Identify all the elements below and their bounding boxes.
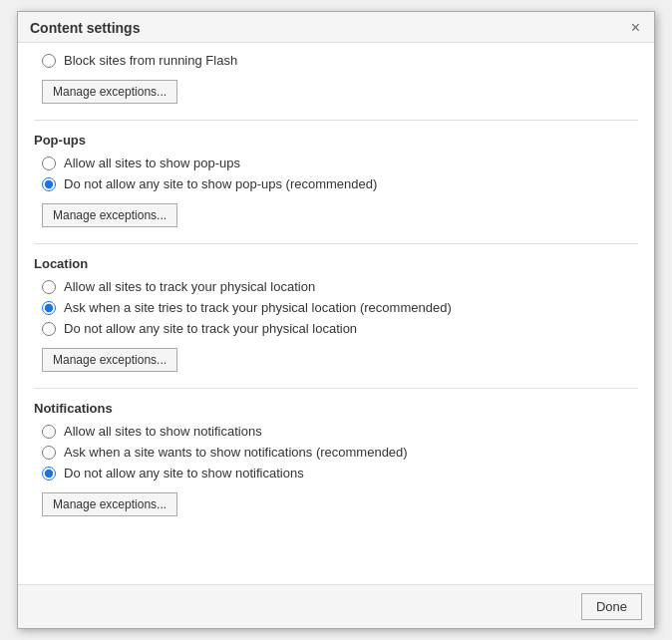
flash-block-radio[interactable] xyxy=(42,54,56,68)
notif-block-radio[interactable] xyxy=(42,467,56,480)
location-ask-row: Ask when a site tries to track your phys… xyxy=(34,300,638,315)
notif-block-row: Do not allow any site to show notificati… xyxy=(34,466,638,480)
notif-allow-radio[interactable] xyxy=(42,425,56,439)
popups-allow-radio[interactable] xyxy=(42,157,56,170)
popups-section: Pop-ups Allow all sites to show pop-ups … xyxy=(34,133,638,227)
location-manage-exceptions-button[interactable]: Manage exceptions... xyxy=(42,348,177,372)
popups-manage-exceptions-button[interactable]: Manage exceptions... xyxy=(42,203,177,227)
notif-ask-row: Ask when a site wants to show notificati… xyxy=(34,445,638,460)
location-section-title: Location xyxy=(34,256,638,271)
location-ask-radio[interactable] xyxy=(42,301,56,315)
location-allow-radio[interactable] xyxy=(42,280,56,294)
flash-option-row: Block sites from running Flash xyxy=(34,53,638,68)
notif-allow-row: Allow all sites to show notifications xyxy=(34,424,638,439)
location-allow-row: Allow all sites to track your physical l… xyxy=(34,279,638,294)
notif-block-label: Do not allow any site to show notificati… xyxy=(64,466,304,480)
location-ask-label: Ask when a site tries to track your phys… xyxy=(64,300,452,315)
flash-block-label: Block sites from running Flash xyxy=(64,53,237,68)
location-block-row: Do not allow any site to track your phys… xyxy=(34,321,638,336)
location-divider xyxy=(34,388,638,389)
location-block-radio[interactable] xyxy=(42,322,56,336)
dialog-title: Content settings xyxy=(30,20,140,36)
popups-block-radio[interactable] xyxy=(42,177,56,191)
notif-ask-radio[interactable] xyxy=(42,446,56,460)
close-button[interactable]: × xyxy=(629,20,642,36)
flash-manage-exceptions-button[interactable]: Manage exceptions... xyxy=(42,80,177,104)
popups-block-label: Do not allow any site to show pop-ups (r… xyxy=(64,176,377,191)
dialog-footer: Done xyxy=(18,584,654,628)
flash-section: Block sites from running Flash Manage ex… xyxy=(34,53,638,104)
popups-divider xyxy=(34,243,638,244)
location-section: Location Allow all sites to track your p… xyxy=(34,256,638,372)
popups-allow-row: Allow all sites to show pop-ups xyxy=(34,156,638,170)
flash-divider xyxy=(34,120,638,121)
popups-allow-label: Allow all sites to show pop-ups xyxy=(64,156,240,170)
location-allow-label: Allow all sites to track your physical l… xyxy=(64,279,315,294)
notif-ask-label: Ask when a site wants to show notificati… xyxy=(64,445,408,460)
popups-section-title: Pop-ups xyxy=(34,133,638,148)
notif-allow-label: Allow all sites to show notifications xyxy=(64,424,262,439)
done-button[interactable]: Done xyxy=(581,593,642,620)
dialog-content: Block sites from running Flash Manage ex… xyxy=(18,43,654,584)
popups-block-row: Do not allow any site to show pop-ups (r… xyxy=(34,176,638,191)
content-settings-dialog: Content settings × Block sites from runn… xyxy=(17,11,655,629)
notifications-section: Notifications Allow all sites to show no… xyxy=(34,401,638,516)
location-block-label: Do not allow any site to track your phys… xyxy=(64,321,357,336)
dialog-header: Content settings × xyxy=(18,12,654,43)
notifications-section-title: Notifications xyxy=(34,401,638,416)
notifications-manage-exceptions-button[interactable]: Manage exceptions... xyxy=(42,492,177,516)
